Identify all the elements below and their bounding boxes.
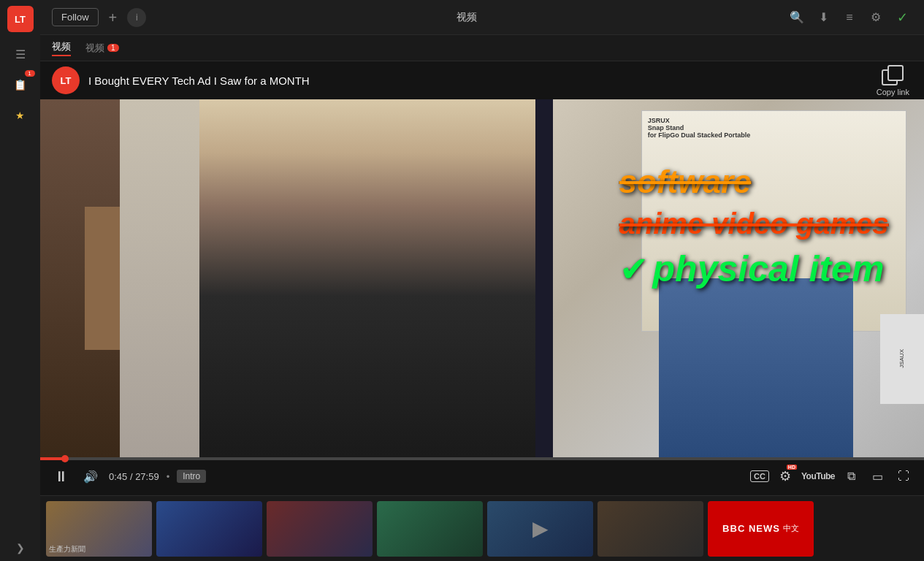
bbc-logo: BBC NEWS: [722, 523, 780, 534]
app-wrapper: LT ☰ 📋 1 ★ ❯ Follow + i 视频 🔍 ⬇ ≡ ⚙ ✓ 视频 …: [0, 0, 924, 561]
sidebar-item-expand[interactable]: ❯: [7, 535, 34, 561]
info-button[interactable]: i: [127, 8, 146, 27]
video-frame[interactable]: JSRUXSnap Standfor FlipGo Dual Stacked P…: [40, 99, 924, 457]
subnav-videos2[interactable]: 视频 1: [85, 42, 119, 55]
copy-link-label: Copy link: [877, 88, 909, 96]
sidebar-item-favorites[interactable]: ★: [7, 102, 34, 129]
product-box-blue: [659, 278, 853, 457]
thumb-label-1: 生產力新聞: [49, 545, 149, 554]
chapter-separator: •: [167, 471, 170, 482]
video-header: LT I Bought EVERY Tech Ad I Saw for a MO…: [40, 61, 924, 99]
video-player: LT I Bought EVERY Tech Ad I Saw for a MO…: [40, 61, 924, 495]
thumb-1[interactable]: 生產力新聞: [46, 501, 152, 557]
youtube-logo: YouTube: [801, 471, 835, 481]
play-pause-button[interactable]: ⏸: [50, 465, 72, 487]
thumb-3[interactable]: [267, 501, 373, 557]
library-badge: 1: [25, 70, 35, 77]
add-button[interactable]: +: [106, 10, 121, 25]
topbar-right-icons: 🔍 ⬇ ≡ ⚙ ✓: [787, 7, 912, 28]
bbc-chinese: 中文: [783, 523, 799, 534]
fullscreen-button[interactable]: ⛶: [893, 466, 914, 486]
sidebar-item-menu[interactable]: ☰: [7, 41, 34, 67]
app-logo: LT: [7, 6, 34, 32]
thumb-4[interactable]: [377, 501, 483, 557]
copy-link-button[interactable]: Copy link: [877, 65, 909, 96]
topbar-title: 视频: [153, 11, 779, 24]
chapter-badge: Intro: [177, 470, 206, 483]
thumb-5[interactable]: ▶: [487, 501, 593, 557]
subnav-videos[interactable]: 视频: [52, 40, 71, 56]
topbar: Follow + i 视频 🔍 ⬇ ≡ ⚙ ✓: [40, 0, 924, 35]
thumb-6[interactable]: [597, 501, 703, 557]
progress-dot: [61, 455, 69, 462]
overlay-anime: anime video games: [619, 207, 889, 240]
follow-button[interactable]: Follow: [52, 8, 99, 26]
theater-button[interactable]: ▭: [867, 466, 887, 486]
download-icon[interactable]: ⬇: [813, 7, 833, 28]
thumbnails-strip: 生產力新聞 ▶ BBC NEWS 中文: [40, 495, 924, 561]
sidebar: LT ☰ 📋 1 ★ ❯: [0, 0, 40, 561]
logo-text: LT: [15, 14, 26, 25]
video-overlays: software anime video games ✔ physical it…: [619, 164, 889, 290]
video-controls: ⏸ 🔊 0:45 / 27:59 • Intro CC ⚙ HD YouTube…: [40, 457, 924, 495]
hd-badge: HD: [787, 465, 797, 470]
video-title: I Bought EVERY Tech Ad I Saw for a MONTH: [88, 75, 868, 87]
check-icon: ✓: [892, 7, 912, 28]
settings-button[interactable]: ⚙ HD: [775, 466, 795, 486]
sidebar-item-library[interactable]: 📋 1: [7, 72, 34, 98]
subnav-badge: 1: [107, 44, 119, 52]
subnav: 视频 视频 1: [40, 35, 924, 61]
volume-button[interactable]: 🔊: [80, 465, 102, 487]
overlay-software: software: [619, 164, 889, 200]
channel-logo: LT: [52, 66, 80, 94]
overlay-physical: ✔ physical item: [619, 248, 889, 290]
progress-bar[interactable]: [40, 457, 924, 460]
time-display: 0:45 / 27:59: [109, 471, 159, 482]
controls-right: CC ⚙ HD YouTube ⧉ ▭ ⛶: [750, 466, 914, 486]
checkmark-icon: ✔: [619, 248, 649, 289]
copy-link-icon: [882, 65, 904, 85]
settings-icon[interactable]: ⚙: [866, 7, 886, 28]
jsaux-label: JSAUX: [880, 314, 925, 404]
thumb-2[interactable]: [156, 501, 262, 557]
thumb-7-bbc[interactable]: BBC NEWS 中文: [708, 501, 814, 557]
person-bg: [199, 99, 535, 457]
physical-item-text: physical item: [653, 248, 885, 290]
search-icon[interactable]: 🔍: [787, 7, 807, 28]
miniplayer-button[interactable]: ⧉: [841, 466, 861, 486]
cc-button[interactable]: CC: [750, 470, 769, 482]
filter-icon[interactable]: ≡: [839, 7, 860, 28]
